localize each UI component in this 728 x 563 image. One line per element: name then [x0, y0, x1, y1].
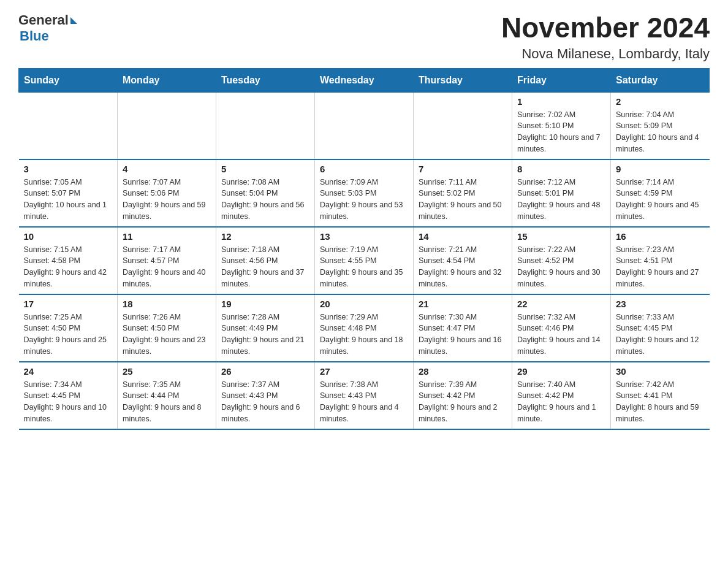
calendar-cell: 6Sunrise: 7:09 AMSunset: 5:03 PMDaylight… [315, 159, 414, 227]
weekday-header-tuesday: Tuesday [216, 68, 315, 92]
calendar-cell [118, 92, 216, 159]
day-info: Sunrise: 7:37 AMSunset: 4:43 PMDaylight:… [221, 379, 309, 425]
calendar-cell: 15Sunrise: 7:22 AMSunset: 4:52 PMDayligh… [512, 227, 611, 294]
calendar-cell: 9Sunrise: 7:14 AMSunset: 4:59 PMDaylight… [611, 159, 710, 227]
calendar-cell: 16Sunrise: 7:23 AMSunset: 4:51 PMDayligh… [611, 227, 710, 294]
calendar-cell: 20Sunrise: 7:29 AMSunset: 4:48 PMDayligh… [315, 294, 414, 362]
day-number: 12 [221, 231, 309, 242]
day-number: 16 [616, 231, 705, 242]
day-info: Sunrise: 7:04 AMSunset: 5:09 PMDaylight:… [616, 109, 705, 155]
day-number: 22 [517, 299, 605, 309]
calendar-cell [19, 92, 118, 159]
day-info: Sunrise: 7:26 AMSunset: 4:50 PMDaylight:… [123, 312, 211, 358]
day-info: Sunrise: 7:40 AMSunset: 4:42 PMDaylight:… [517, 379, 605, 425]
day-info: Sunrise: 7:17 AMSunset: 4:57 PMDaylight:… [123, 244, 211, 290]
calendar-cell: 4Sunrise: 7:07 AMSunset: 5:06 PMDaylight… [118, 159, 216, 227]
weekday-header-monday: Monday [118, 68, 216, 92]
calendar-cell [315, 92, 414, 159]
day-info: Sunrise: 7:19 AMSunset: 4:55 PMDaylight:… [320, 244, 408, 290]
day-number: 4 [123, 164, 211, 174]
calendar-cell: 26Sunrise: 7:37 AMSunset: 4:43 PMDayligh… [216, 362, 315, 429]
weekday-header-friday: Friday [512, 68, 611, 92]
day-info: Sunrise: 7:33 AMSunset: 4:45 PMDaylight:… [616, 312, 705, 358]
calendar-cell: 30Sunrise: 7:42 AMSunset: 4:41 PMDayligh… [611, 362, 710, 429]
day-info: Sunrise: 7:14 AMSunset: 4:59 PMDaylight:… [616, 177, 705, 223]
day-number: 1 [517, 96, 605, 107]
day-number: 2 [616, 96, 705, 107]
calendar-cell: 8Sunrise: 7:12 AMSunset: 5:01 PMDaylight… [512, 159, 611, 227]
weekday-header-thursday: Thursday [414, 68, 512, 92]
day-number: 20 [320, 299, 408, 309]
calendar-cell: 29Sunrise: 7:40 AMSunset: 4:42 PMDayligh… [512, 362, 611, 429]
calendar-cell: 5Sunrise: 7:08 AMSunset: 5:04 PMDaylight… [216, 159, 315, 227]
title-block: November 2024 Nova Milanese, Lombardy, I… [501, 12, 710, 62]
day-number: 23 [616, 299, 705, 309]
day-info: Sunrise: 7:12 AMSunset: 5:01 PMDaylight:… [517, 177, 605, 223]
calendar-week-row: 3Sunrise: 7:05 AMSunset: 5:07 PMDaylight… [19, 159, 710, 227]
day-info: Sunrise: 7:07 AMSunset: 5:06 PMDaylight:… [123, 177, 211, 223]
calendar-week-row: 17Sunrise: 7:25 AMSunset: 4:50 PMDayligh… [19, 294, 710, 362]
day-info: Sunrise: 7:11 AMSunset: 5:02 PMDaylight:… [419, 177, 507, 223]
calendar-cell: 11Sunrise: 7:17 AMSunset: 4:57 PMDayligh… [118, 227, 216, 294]
day-number: 30 [616, 366, 705, 377]
day-number: 15 [517, 231, 605, 242]
calendar-cell [414, 92, 512, 159]
day-info: Sunrise: 7:02 AMSunset: 5:10 PMDaylight:… [517, 109, 605, 155]
day-info: Sunrise: 7:38 AMSunset: 4:43 PMDaylight:… [320, 379, 408, 425]
day-number: 11 [123, 231, 211, 242]
logo-triangle-icon [70, 17, 77, 24]
calendar-cell: 19Sunrise: 7:28 AMSunset: 4:49 PMDayligh… [216, 294, 315, 362]
day-info: Sunrise: 7:18 AMSunset: 4:56 PMDaylight:… [221, 244, 309, 290]
day-info: Sunrise: 7:30 AMSunset: 4:47 PMDaylight:… [419, 312, 507, 358]
day-number: 29 [517, 366, 605, 377]
day-number: 25 [123, 366, 211, 377]
logo: General Blue [18, 12, 77, 44]
day-number: 17 [24, 299, 113, 309]
calendar-cell: 27Sunrise: 7:38 AMSunset: 4:43 PMDayligh… [315, 362, 414, 429]
calendar-table: SundayMondayTuesdayWednesdayThursdayFrid… [18, 68, 710, 430]
calendar-cell: 23Sunrise: 7:33 AMSunset: 4:45 PMDayligh… [611, 294, 710, 362]
day-number: 9 [616, 164, 705, 174]
logo-blue: Blue [20, 28, 49, 44]
day-number: 5 [221, 164, 309, 174]
calendar-cell: 28Sunrise: 7:39 AMSunset: 4:42 PMDayligh… [414, 362, 512, 429]
day-info: Sunrise: 7:08 AMSunset: 5:04 PMDaylight:… [221, 177, 309, 223]
calendar-cell: 3Sunrise: 7:05 AMSunset: 5:07 PMDaylight… [19, 159, 118, 227]
day-info: Sunrise: 7:05 AMSunset: 5:07 PMDaylight:… [24, 177, 113, 223]
day-info: Sunrise: 7:23 AMSunset: 4:51 PMDaylight:… [616, 244, 705, 290]
day-number: 6 [320, 164, 408, 174]
day-info: Sunrise: 7:29 AMSunset: 4:48 PMDaylight:… [320, 312, 408, 358]
day-number: 24 [24, 366, 113, 377]
day-info: Sunrise: 7:39 AMSunset: 4:42 PMDaylight:… [419, 379, 507, 425]
day-number: 19 [221, 299, 309, 309]
calendar-cell: 21Sunrise: 7:30 AMSunset: 4:47 PMDayligh… [414, 294, 512, 362]
day-number: 13 [320, 231, 408, 242]
weekday-header-sunday: Sunday [19, 68, 118, 92]
page-header: General Blue November 2024 Nova Milanese… [18, 12, 710, 62]
day-info: Sunrise: 7:15 AMSunset: 4:58 PMDaylight:… [24, 244, 113, 290]
calendar-cell [216, 92, 315, 159]
calendar-week-row: 10Sunrise: 7:15 AMSunset: 4:58 PMDayligh… [19, 227, 710, 294]
calendar-cell: 13Sunrise: 7:19 AMSunset: 4:55 PMDayligh… [315, 227, 414, 294]
calendar-week-row: 1Sunrise: 7:02 AMSunset: 5:10 PMDaylight… [19, 92, 710, 159]
day-number: 27 [320, 366, 408, 377]
day-info: Sunrise: 7:22 AMSunset: 4:52 PMDaylight:… [517, 244, 605, 290]
day-info: Sunrise: 7:09 AMSunset: 5:03 PMDaylight:… [320, 177, 408, 223]
day-number: 3 [24, 164, 113, 174]
calendar-cell: 7Sunrise: 7:11 AMSunset: 5:02 PMDaylight… [414, 159, 512, 227]
day-number: 28 [419, 366, 507, 377]
calendar-header-row: SundayMondayTuesdayWednesdayThursdayFrid… [19, 68, 710, 92]
calendar-cell: 10Sunrise: 7:15 AMSunset: 4:58 PMDayligh… [19, 227, 118, 294]
page-title: November 2024 [501, 12, 710, 44]
calendar-cell: 22Sunrise: 7:32 AMSunset: 4:46 PMDayligh… [512, 294, 611, 362]
day-number: 18 [123, 299, 211, 309]
calendar-week-row: 24Sunrise: 7:34 AMSunset: 4:45 PMDayligh… [19, 362, 710, 429]
day-info: Sunrise: 7:21 AMSunset: 4:54 PMDaylight:… [419, 244, 507, 290]
calendar-cell: 18Sunrise: 7:26 AMSunset: 4:50 PMDayligh… [118, 294, 216, 362]
day-info: Sunrise: 7:35 AMSunset: 4:44 PMDaylight:… [123, 379, 211, 425]
day-number: 21 [419, 299, 507, 309]
day-info: Sunrise: 7:34 AMSunset: 4:45 PMDaylight:… [24, 379, 113, 425]
day-info: Sunrise: 7:25 AMSunset: 4:50 PMDaylight:… [24, 312, 113, 358]
weekday-header-saturday: Saturday [611, 68, 710, 92]
calendar-cell: 24Sunrise: 7:34 AMSunset: 4:45 PMDayligh… [19, 362, 118, 429]
